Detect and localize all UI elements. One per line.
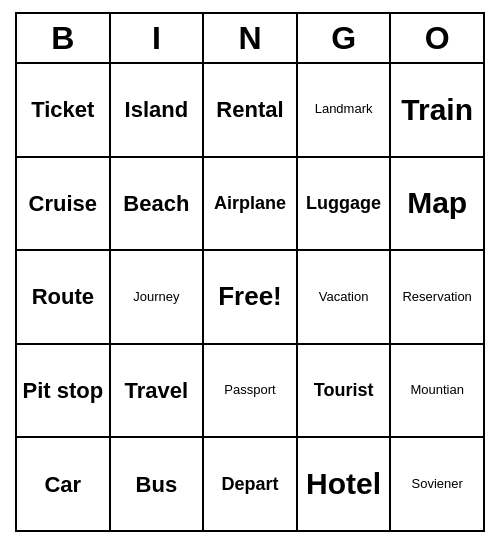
grid-row-0: TicketIslandRentalLandmarkTrain [17, 64, 483, 158]
cell-3-4: Mountian [391, 345, 483, 437]
cell-4-1: Bus [111, 438, 205, 530]
cell-2-1: Journey [111, 251, 205, 343]
cell-0-0: Ticket [17, 64, 111, 156]
cell-text-0-1: Island [125, 97, 189, 122]
grid-row-1: CruiseBeachAirplaneLuggageMap [17, 158, 483, 252]
cell-text-1-4: Map [407, 186, 467, 221]
cell-text-2-4: Reservation [402, 290, 471, 305]
cell-text-0-4: Train [401, 93, 473, 128]
cell-text-1-0: Cruise [29, 191, 97, 216]
cell-text-1-2: Airplane [214, 193, 286, 214]
cell-4-2: Depart [204, 438, 298, 530]
cell-text-1-3: Luggage [306, 193, 381, 214]
cell-0-3: Landmark [298, 64, 392, 156]
bingo-header: BINGO [17, 14, 483, 64]
cell-text-2-0: Route [32, 284, 94, 309]
header-cell-b: B [17, 14, 111, 64]
cell-text-2-2: Free! [218, 282, 282, 312]
cell-4-3: Hotel [298, 438, 392, 530]
header-cell-g: G [298, 14, 392, 64]
cell-0-4: Train [391, 64, 483, 156]
cell-text-1-1: Beach [123, 191, 189, 216]
cell-text-4-2: Depart [221, 474, 278, 495]
header-cell-i: I [111, 14, 205, 64]
cell-1-3: Luggage [298, 158, 392, 250]
cell-text-3-0: Pit stop [22, 378, 103, 403]
cell-3-2: Passport [204, 345, 298, 437]
cell-2-2: Free! [204, 251, 298, 343]
cell-1-4: Map [391, 158, 483, 250]
cell-2-4: Reservation [391, 251, 483, 343]
cell-text-0-2: Rental [216, 97, 283, 122]
cell-text-3-3: Tourist [314, 380, 374, 401]
cell-1-1: Beach [111, 158, 205, 250]
header-cell-n: N [204, 14, 298, 64]
cell-text-4-0: Car [44, 472, 81, 497]
cell-text-3-4: Mountian [410, 383, 463, 398]
cell-0-2: Rental [204, 64, 298, 156]
cell-3-0: Pit stop [17, 345, 111, 437]
cell-3-3: Tourist [298, 345, 392, 437]
cell-3-1: Travel [111, 345, 205, 437]
cell-2-0: Route [17, 251, 111, 343]
cell-4-0: Car [17, 438, 111, 530]
bingo-grid: TicketIslandRentalLandmarkTrainCruiseBea… [17, 64, 483, 530]
cell-1-0: Cruise [17, 158, 111, 250]
grid-row-2: RouteJourneyFree!VacationReservation [17, 251, 483, 345]
cell-text-4-1: Bus [136, 472, 178, 497]
cell-1-2: Airplane [204, 158, 298, 250]
cell-4-4: Soviener [391, 438, 483, 530]
grid-row-3: Pit stopTravelPassportTouristMountian [17, 345, 483, 439]
cell-text-4-4: Soviener [412, 477, 463, 492]
cell-0-1: Island [111, 64, 205, 156]
bingo-card: BINGO TicketIslandRentalLandmarkTrainCru… [15, 12, 485, 532]
cell-text-4-3: Hotel [306, 467, 381, 502]
cell-text-3-2: Passport [224, 383, 275, 398]
cell-text-2-1: Journey [133, 290, 179, 305]
cell-text-2-3: Vacation [319, 290, 369, 305]
header-cell-o: O [391, 14, 483, 64]
cell-text-0-0: Ticket [31, 97, 94, 122]
cell-text-0-3: Landmark [315, 102, 373, 117]
grid-row-4: CarBusDepartHotelSoviener [17, 438, 483, 530]
cell-2-3: Vacation [298, 251, 392, 343]
cell-text-3-1: Travel [125, 378, 189, 403]
